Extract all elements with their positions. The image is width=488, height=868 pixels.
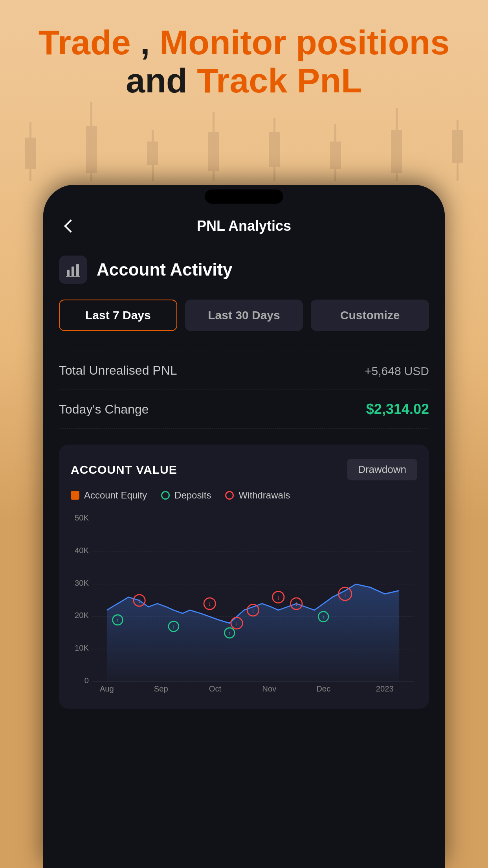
legend-dot-withdrawals	[225, 491, 234, 500]
nav-bar: PNL Analytics	[43, 208, 445, 244]
svg-text:Nov: Nov	[262, 684, 277, 693]
svg-text:↓: ↓	[208, 600, 211, 607]
svg-rect-0	[67, 270, 70, 276]
svg-text:↓: ↓	[235, 620, 238, 627]
headline-trade: Trade	[39, 23, 131, 62]
tab-last-7-days[interactable]: Last 7 Days	[59, 300, 177, 331]
svg-text:↓: ↓	[295, 600, 298, 607]
page-title: PNL Analytics	[197, 218, 291, 234]
headline-line1: Trade , Monitor positions	[24, 24, 464, 62]
phone-notch	[205, 189, 283, 204]
chart-svg-wrapper: 50K 40K 30K 20K 10K 0 Aug Sep	[71, 513, 417, 695]
chart-legend: Account Equity Deposits Withdrawals	[71, 490, 417, 501]
tab-customize[interactable]: Customize	[311, 300, 429, 331]
back-chevron-icon	[64, 219, 77, 233]
unrealised-pnl-value: +5,648USD	[361, 362, 429, 379]
unrealised-pnl-label: Total Unrealised PNL	[59, 363, 177, 378]
legend-item-withdrawals: Withdrawals	[225, 490, 290, 501]
drawdown-button[interactable]: Drawdown	[347, 459, 417, 480]
legend-dot-equity	[71, 491, 79, 500]
phone-frame: PNL Analytics Account Activity Last 7 Da…	[43, 185, 445, 868]
svg-text:↓: ↓	[138, 597, 141, 604]
svg-text:Oct: Oct	[209, 684, 222, 693]
stat-row-today-change: Today's Change $2,314.02	[59, 390, 429, 429]
back-button[interactable]	[59, 214, 83, 238]
svg-text:0: 0	[84, 676, 89, 685]
today-change-label: Today's Change	[59, 402, 149, 417]
today-change-value: $2,314.02	[366, 401, 429, 417]
account-activity-title: Account Activity	[97, 260, 233, 280]
chart-icon-box	[59, 256, 87, 284]
svg-text:↓: ↓	[277, 594, 280, 601]
svg-text:50K: 50K	[75, 513, 89, 522]
svg-text:Aug: Aug	[100, 684, 114, 693]
svg-text:10K: 10K	[75, 644, 89, 652]
legend-label-withdrawals: Withdrawals	[238, 490, 290, 501]
svg-marker-22	[107, 584, 399, 682]
bar-chart-icon	[65, 262, 81, 278]
chart-title: ACCOUNT VALUE	[71, 463, 177, 476]
svg-text:↓: ↓	[343, 590, 347, 598]
legend-dot-deposits	[161, 491, 170, 500]
headline-and: and	[126, 61, 197, 100]
svg-text:↑: ↑	[172, 623, 175, 630]
tab-last-30-days[interactable]: Last 30 Days	[185, 300, 303, 331]
svg-text:40K: 40K	[75, 546, 89, 555]
headline-line2: and Track PnL	[24, 62, 464, 100]
headline-track: Track PnL	[197, 61, 362, 100]
svg-text:↑: ↑	[116, 617, 119, 623]
status-bar	[43, 185, 445, 208]
svg-text:Dec: Dec	[316, 684, 330, 693]
headline-section: Trade , Monitor positions and Track PnL	[0, 24, 488, 100]
svg-text:↑: ↑	[228, 630, 231, 636]
legend-item-deposits: Deposits	[161, 490, 211, 501]
period-tabs: Last 7 Days Last 30 Days Customize	[59, 300, 429, 331]
legend-label-equity: Account Equity	[84, 490, 147, 501]
section-header: Account Activity	[59, 256, 429, 284]
headline-comma: ,	[140, 23, 160, 62]
svg-text:20K: 20K	[75, 611, 89, 620]
chart-header: ACCOUNT VALUE Drawdown	[71, 459, 417, 480]
chart-section: ACCOUNT VALUE Drawdown Account Equity De…	[59, 445, 429, 709]
stat-row-unrealised: Total Unrealised PNL +5,648USD	[59, 351, 429, 390]
svg-text:30K: 30K	[75, 579, 89, 587]
legend-label-deposits: Deposits	[174, 490, 211, 501]
main-content: Account Activity Last 7 Days Last 30 Day…	[43, 244, 445, 721]
headline-monitor: Monitor positions	[160, 23, 449, 62]
svg-text:Sep: Sep	[154, 684, 168, 693]
svg-text:↑: ↑	[322, 614, 325, 620]
svg-text:↓: ↓	[251, 607, 255, 614]
svg-rect-1	[72, 267, 74, 276]
legend-item-equity: Account Equity	[71, 490, 147, 501]
svg-text:2023: 2023	[376, 684, 394, 693]
svg-rect-2	[76, 264, 79, 276]
stats-section: Total Unrealised PNL +5,648USD Today's C…	[59, 351, 429, 429]
account-value-chart: 50K 40K 30K 20K 10K 0 Aug Sep	[71, 513, 417, 693]
